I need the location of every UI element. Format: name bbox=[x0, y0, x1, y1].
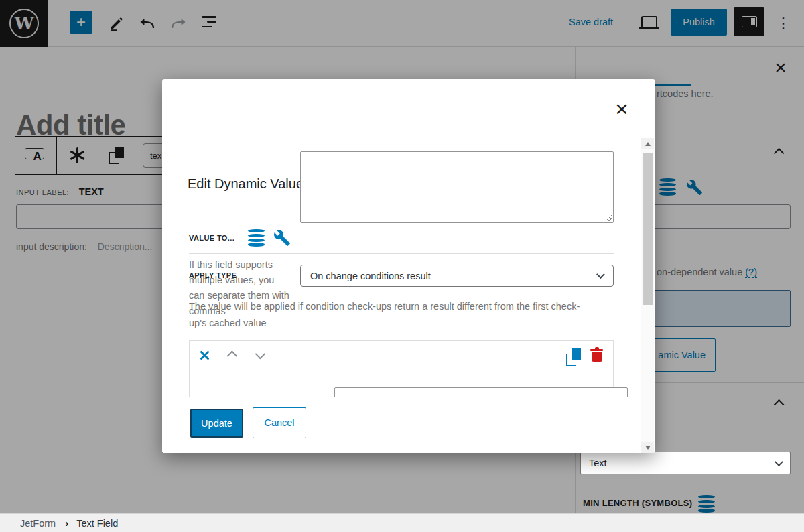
move-up-button[interactable] bbox=[223, 348, 241, 364]
repeater-remove-button[interactable] bbox=[198, 349, 211, 362]
triangle-up-icon bbox=[645, 142, 651, 146]
modal-scrollbar[interactable] bbox=[641, 138, 654, 453]
value-to-label: VALUE TO... bbox=[189, 234, 234, 242]
apply-type-help: The value will be applied if condition c… bbox=[189, 298, 618, 332]
resize-handle[interactable] bbox=[604, 214, 612, 221]
repeater-duplicate-button[interactable] bbox=[566, 348, 582, 366]
apply-type-label: APPLY TYPE bbox=[189, 271, 237, 279]
scroll-up-button[interactable] bbox=[641, 138, 654, 149]
repeater-delete-button[interactable] bbox=[590, 347, 604, 363]
apply-type-value: On change conditions result bbox=[310, 271, 431, 281]
modal-divider bbox=[189, 253, 614, 254]
field-type-select[interactable]: Text bbox=[580, 452, 791, 474]
repeater-header bbox=[190, 341, 613, 371]
value-wrench-button[interactable] bbox=[273, 229, 291, 247]
wrench-icon bbox=[273, 229, 291, 247]
database-icon bbox=[248, 229, 265, 247]
modal-close-button[interactable]: × bbox=[607, 94, 636, 123]
value-database-button[interactable] bbox=[248, 229, 265, 250]
apply-type-select[interactable]: On change conditions result bbox=[300, 265, 614, 287]
edit-dynamic-value-modal: Edit Dynamic Value × VALUE TO... If this… bbox=[162, 79, 655, 453]
field-type-value: Text bbox=[589, 458, 607, 468]
cancel-button[interactable]: Cancel bbox=[253, 407, 306, 438]
breadcrumb-chevron-icon: › bbox=[65, 517, 68, 529]
move-down-button[interactable] bbox=[251, 348, 269, 364]
chevron-down-icon bbox=[596, 270, 604, 278]
breadcrumb-bar: JetForm › Text Field bbox=[0, 513, 804, 532]
chevron-down-icon bbox=[255, 349, 265, 359]
modal-title: Edit Dynamic Value bbox=[188, 176, 304, 192]
modal-footer: Update Cancel bbox=[162, 397, 641, 453]
triangle-down-icon bbox=[645, 446, 651, 450]
wordpress-editor: W + bbox=[0, 0, 804, 532]
scroll-down-button[interactable] bbox=[641, 442, 654, 453]
breadcrumb-current: Text Field bbox=[76, 518, 118, 529]
update-button[interactable]: Update bbox=[190, 409, 243, 438]
scrollbar-thumb[interactable] bbox=[643, 153, 653, 305]
value-textarea[interactable] bbox=[300, 151, 614, 223]
chevron-up-icon bbox=[226, 350, 237, 360]
breadcrumb-jetform[interactable]: JetForm bbox=[20, 518, 56, 529]
chevron-down-icon bbox=[775, 458, 783, 466]
